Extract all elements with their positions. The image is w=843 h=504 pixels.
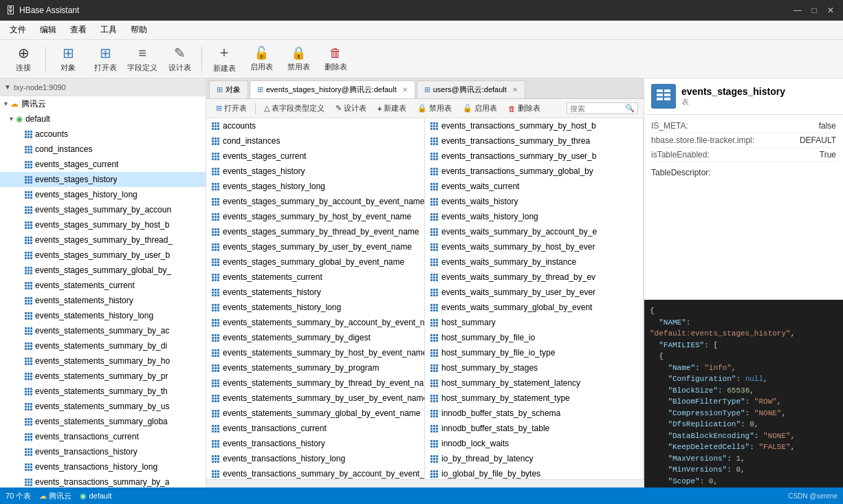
table-list-item[interactable]: events_stages_summary_by_account_by_even… <box>206 194 424 209</box>
sidebar-table-events_stages_current[interactable]: events_stages_current <box>0 157 206 172</box>
table-list-item[interactable]: events_transactions_history_long <box>206 451 424 466</box>
table-list-item[interactable]: events_stages_history_long <box>206 179 424 194</box>
sidebar-table-events_statements_summary_globa[interactable]: events_statements_summary_globa <box>0 414 206 429</box>
table-list-item[interactable]: host_summary_by_file_io <box>425 330 643 345</box>
table-list-item[interactable]: io_global_by_file_by_bytes <box>425 466 643 479</box>
table-list-item[interactable]: innodb_buffer_stats_by_schema <box>425 406 643 421</box>
table-list-item[interactable]: host_summary_by_file_io_type <box>425 345 643 360</box>
design-table-button[interactable]: ✎ 设计表 <box>162 42 197 76</box>
new-table-button[interactable]: + 新建表 <box>206 42 242 76</box>
table-list-item[interactable]: events_waits_summary_global_by_event <box>425 300 643 315</box>
table-list-item[interactable]: events_statements_summary_by_account_by_… <box>206 315 424 330</box>
table-list-item[interactable]: innodb_lock_waits <box>425 436 643 451</box>
table-list-item[interactable]: host_summary_by_statement_latency <box>425 375 643 391</box>
sidebar-table-cond_instances[interactable]: cond_instances <box>0 142 206 157</box>
table-list-item[interactable]: events_statements_summary_by_digest <box>206 330 424 345</box>
table-list-item[interactable]: events_stages_history <box>206 164 424 179</box>
sidebar-table-events_statements_summary_by_di[interactable]: events_statements_summary_by_di <box>0 338 206 353</box>
sidebar-table-events_stages_summary_by_user_b[interactable]: events_stages_summary_by_user_b <box>0 248 206 263</box>
table-list-item[interactable]: events_stages_summary_global_by_event_na… <box>206 254 424 270</box>
table-list-item[interactable]: events_transactions_summary_by_user_b <box>425 149 643 164</box>
table-list-item[interactable]: events_waits_current <box>425 179 643 194</box>
table-list-item[interactable]: events_statements_current <box>206 270 424 285</box>
menu-file[interactable]: 文件 <box>4 23 32 37</box>
horizontal-scrollbar[interactable] <box>206 479 644 487</box>
tbl-field-def-button[interactable]: △ 表字段类型定义 <box>260 102 329 115</box>
sidebar-table-accounts[interactable]: accounts <box>0 127 206 142</box>
table-list-item[interactable]: host_summary_by_stages <box>425 360 643 375</box>
table-list-item[interactable]: events_waits_summary_by_instance <box>425 254 643 270</box>
sidebar-table-events_statements_history[interactable]: events_statements_history <box>0 293 206 308</box>
search-box[interactable]: 🔍 <box>567 102 638 114</box>
table-list-item[interactable]: events_waits_summary_by_host_by_ever <box>425 239 643 254</box>
table-list-item[interactable]: events_transactions_summary_by_threa <box>425 133 643 149</box>
table-list-item[interactable]: events_transactions_history <box>206 436 424 451</box>
menu-view[interactable]: 查看 <box>65 23 92 37</box>
minimize-button[interactable]: — <box>791 3 804 17</box>
table-list-item[interactable]: events_transactions_current <box>206 421 424 436</box>
sidebar-table-events_stages_summary_by_thread_[interactable]: events_stages_summary_by_thread_ <box>0 232 206 248</box>
table-list-item[interactable]: events_stages_summary_by_user_by_event_n… <box>206 239 424 254</box>
table-list-item[interactable]: events_waits_history_long <box>425 209 643 224</box>
tree-root-expand[interactable]: ▼ ☁ 腾讯云 <box>0 96 206 111</box>
table-list-item[interactable]: events_statements_summary_by_host_by_eve… <box>206 345 424 360</box>
table-list-item[interactable]: io_by_thread_by_latency <box>425 451 643 466</box>
tab-object[interactable]: ⊞ 对象 <box>209 80 248 98</box>
sidebar-table-events_statements_history_long[interactable]: events_statements_history_long <box>0 308 206 323</box>
object-button[interactable]: ⊞ 对象 <box>50 42 86 76</box>
table-list-item[interactable]: events_transactions_summary_by_host_b <box>425 118 643 133</box>
table-list-item[interactable]: events_waits_history <box>425 194 643 209</box>
open-table-button[interactable]: ⊞ 打开表 <box>87 42 123 76</box>
table-list-item[interactable]: events_waits_summary_by_thread_by_ev <box>425 270 643 285</box>
table-list-item[interactable]: innodb_buffer_stats_by_table <box>425 421 643 436</box>
tab-users-close[interactable]: ✕ <box>512 86 518 94</box>
sidebar-table-events_statements_summary_by_us[interactable]: events_statements_summary_by_us <box>0 399 206 414</box>
table-list-item[interactable]: events_waits_summary_by_user_by_ever <box>425 285 643 300</box>
tbl-disable-button[interactable]: 🔒 禁用表 <box>413 102 456 115</box>
enable-table-button[interactable]: 🔓 启用表 <box>243 42 279 76</box>
sidebar-table-events_transactions_history[interactable]: events_transactions_history <box>0 444 206 459</box>
sidebar-table-events_stages_history[interactable]: events_stages_history <box>0 172 206 187</box>
sidebar-table-events_stages_summary_by_accoun[interactable]: events_stages_summary_by_accoun <box>0 202 206 217</box>
table-list-item[interactable]: events_statements_history_long <box>206 300 424 315</box>
table-list-item[interactable]: accounts <box>206 118 424 133</box>
sidebar-table-events_statements_current[interactable]: events_statements_current <box>0 278 206 293</box>
delete-table-button[interactable]: 🗑 删除表 <box>318 42 353 76</box>
tbl-design-button[interactable]: ✎ 设计表 <box>331 102 371 115</box>
table-list-item[interactable]: events_statements_summary_by_user_by_eve… <box>206 391 424 406</box>
table-list-item[interactable]: events_statements_summary_by_program <box>206 360 424 375</box>
tab-events-close[interactable]: ✕ <box>402 86 408 94</box>
search-input[interactable] <box>570 105 625 113</box>
close-button[interactable]: ✕ <box>824 3 837 17</box>
field-def-button[interactable]: ≡ 字段定义 <box>124 42 160 76</box>
sidebar-table-events_transactions_summary_by_a[interactable]: events_transactions_summary_by_a <box>0 474 206 487</box>
table-list-item[interactable]: cond_instances <box>206 133 424 149</box>
menu-tools[interactable]: 工具 <box>95 23 122 37</box>
table-list-item[interactable]: events_waits_summary_by_account_by_e <box>425 224 643 239</box>
tbl-enable-button[interactable]: 🔓 启用表 <box>459 102 501 115</box>
menu-help[interactable]: 帮助 <box>125 23 153 37</box>
table-list-item[interactable]: events_stages_current <box>206 149 424 164</box>
sidebar-table-events_statements_summary_by_ho[interactable]: events_statements_summary_by_ho <box>0 353 206 369</box>
tbl-open-button[interactable]: ⊞ 打开表 <box>212 102 251 115</box>
sidebar-table-events_stages_summary_by_host_b[interactable]: events_stages_summary_by_host_b <box>0 217 206 232</box>
tab-users[interactable]: ⊞ users@腾讯云:default ✕ <box>417 80 525 98</box>
connect-button[interactable]: ⊕ 连接 <box>6 42 41 76</box>
table-list-item[interactable]: events_statements_summary_by_thread_by_e… <box>206 375 424 391</box>
tbl-new-button[interactable]: + 新建表 <box>373 102 410 115</box>
sidebar-table-events_statements_summary_by_pr[interactable]: events_statements_summary_by_pr <box>0 369 206 384</box>
table-list-item[interactable]: events_transactions_summary_by_account_b… <box>206 466 424 479</box>
sidebar-table-events_transactions_current[interactable]: events_transactions_current <box>0 429 206 444</box>
table-list-item[interactable]: events_transactions_summary_global_by <box>425 164 643 179</box>
table-list-item[interactable]: events_stages_summary_by_host_by_event_n… <box>206 209 424 224</box>
tab-events-stages-history[interactable]: ⊞ events_stages_history@腾讯云:default ✕ <box>250 80 415 98</box>
maximize-button[interactable]: □ <box>807 3 821 17</box>
menu-edit[interactable]: 编辑 <box>34 23 62 37</box>
sidebar-table-events_statements_summary_by_ac[interactable]: events_statements_summary_by_ac <box>0 323 206 338</box>
sidebar-table-events_statements_summary_by_th[interactable]: events_statements_summary_by_th <box>0 384 206 399</box>
sidebar-table-events_transactions_history_long[interactable]: events_transactions_history_long <box>0 459 206 474</box>
sidebar-table-events_stages_summary_global_by_[interactable]: events_stages_summary_global_by_ <box>0 263 206 278</box>
table-list-item[interactable]: host_summary_by_statement_type <box>425 391 643 406</box>
table-list-item[interactable]: events_stages_summary_by_thread_by_event… <box>206 224 424 239</box>
tbl-delete-button[interactable]: 🗑 删除表 <box>504 102 545 115</box>
